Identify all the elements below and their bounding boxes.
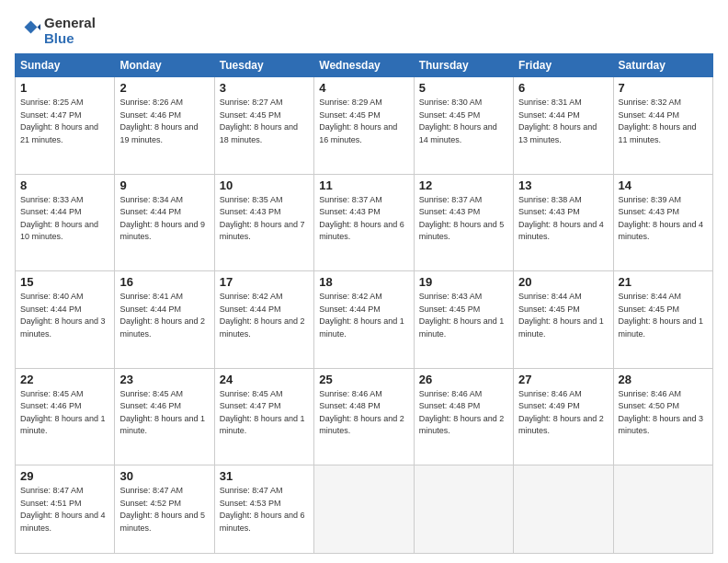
calendar-cell: 26Sunrise: 8:46 AMSunset: 4:48 PMDayligh… [414,368,513,465]
day-info: Sunrise: 8:42 AMSunset: 4:44 PMDaylight:… [319,291,408,340]
day-info: Sunrise: 8:29 AMSunset: 4:45 PMDaylight:… [319,97,408,146]
day-number: 18 [319,275,408,289]
calendar-cell: 24Sunrise: 8:45 AMSunset: 4:47 PMDayligh… [214,368,313,465]
calendar-cell: 19Sunrise: 8:43 AMSunset: 4:45 PMDayligh… [414,271,513,369]
day-number: 19 [419,275,508,289]
weekday-header: Wednesday [314,54,414,77]
calendar-cell: 13Sunrise: 8:38 AMSunset: 4:43 PMDayligh… [514,174,613,271]
day-info: Sunrise: 8:47 AMSunset: 4:52 PMDaylight:… [119,485,209,534]
weekday-header: Sunday [16,54,115,77]
logo-text: General Blue [44,15,96,46]
day-info: Sunrise: 8:35 AMSunset: 4:43 PMDaylight:… [220,194,309,244]
day-number: 20 [518,275,608,289]
weekday-header: Monday [115,54,214,77]
calendar-cell: 30Sunrise: 8:47 AMSunset: 4:52 PMDayligh… [115,465,214,554]
calendar-cell: 16Sunrise: 8:41 AMSunset: 4:44 PMDayligh… [115,271,214,369]
day-number: 7 [619,81,708,95]
day-number: 27 [518,373,608,386]
day-number: 24 [220,373,309,386]
logo: General Blue [15,15,96,46]
day-info: Sunrise: 8:34 AMSunset: 4:44 PMDaylight:… [119,194,209,244]
day-number: 3 [220,81,309,95]
day-number: 28 [619,373,708,386]
day-number: 26 [419,373,508,386]
calendar-cell: 14Sunrise: 8:39 AMSunset: 4:43 PMDayligh… [613,174,712,271]
day-number: 16 [119,275,209,289]
calendar-cell: 23Sunrise: 8:45 AMSunset: 4:46 PMDayligh… [115,368,214,465]
day-number: 9 [119,178,209,192]
day-info: Sunrise: 8:41 AMSunset: 4:44 PMDaylight:… [119,291,209,340]
calendar-cell: 29Sunrise: 8:47 AMSunset: 4:51 PMDayligh… [16,465,115,554]
calendar: SundayMondayTuesdayWednesdayThursdayFrid… [15,53,713,554]
day-number: 17 [220,275,309,289]
day-info: Sunrise: 8:46 AMSunset: 4:49 PMDaylight:… [518,388,608,438]
day-info: Sunrise: 8:26 AMSunset: 4:46 PMDaylight:… [119,97,209,146]
day-number: 1 [20,81,109,95]
calendar-cell: 22Sunrise: 8:45 AMSunset: 4:46 PMDayligh… [16,368,115,465]
header: General Blue [15,15,713,46]
day-info: Sunrise: 8:42 AMSunset: 4:44 PMDaylight:… [220,291,309,340]
calendar-cell: 31Sunrise: 8:47 AMSunset: 4:53 PMDayligh… [214,465,313,554]
svg-marker-1 [25,21,38,34]
calendar-cell: 11Sunrise: 8:37 AMSunset: 4:43 PMDayligh… [314,174,414,271]
day-info: Sunrise: 8:46 AMSunset: 4:50 PMDaylight:… [619,388,708,438]
day-info: Sunrise: 8:45 AMSunset: 4:46 PMDaylight:… [119,388,209,438]
calendar-cell: 3Sunrise: 8:27 AMSunset: 4:45 PMDaylight… [214,77,313,175]
day-info: Sunrise: 8:33 AMSunset: 4:44 PMDaylight:… [20,194,109,244]
day-info: Sunrise: 8:44 AMSunset: 4:45 PMDaylight:… [518,291,608,340]
weekday-header: Friday [514,54,613,77]
day-info: Sunrise: 8:40 AMSunset: 4:44 PMDaylight:… [20,291,109,340]
day-info: Sunrise: 8:47 AMSunset: 4:53 PMDaylight:… [220,485,309,534]
calendar-cell [514,465,613,554]
day-number: 8 [20,178,109,192]
calendar-cell: 5Sunrise: 8:30 AMSunset: 4:45 PMDaylight… [414,77,513,175]
day-number: 13 [518,178,608,192]
logo-icon [15,17,40,43]
weekday-header: Thursday [414,54,513,77]
day-number: 12 [419,178,508,192]
calendar-cell: 21Sunrise: 8:44 AMSunset: 4:45 PMDayligh… [613,271,712,369]
day-info: Sunrise: 8:45 AMSunset: 4:47 PMDaylight:… [220,388,309,438]
calendar-cell: 25Sunrise: 8:46 AMSunset: 4:48 PMDayligh… [314,368,414,465]
svg-marker-2 [38,24,41,30]
day-number: 22 [20,373,109,386]
day-info: Sunrise: 8:46 AMSunset: 4:48 PMDaylight:… [319,388,408,438]
day-number: 4 [319,81,408,95]
day-info: Sunrise: 8:39 AMSunset: 4:43 PMDaylight:… [619,194,708,244]
day-info: Sunrise: 8:32 AMSunset: 4:44 PMDaylight:… [619,97,708,146]
weekday-header: Tuesday [214,54,313,77]
calendar-cell: 1Sunrise: 8:25 AMSunset: 4:47 PMDaylight… [16,77,115,175]
day-info: Sunrise: 8:37 AMSunset: 4:43 PMDaylight:… [419,194,508,244]
day-info: Sunrise: 8:38 AMSunset: 4:43 PMDaylight:… [518,194,608,244]
calendar-cell: 20Sunrise: 8:44 AMSunset: 4:45 PMDayligh… [514,271,613,369]
calendar-cell [613,465,712,554]
day-number: 10 [220,178,309,192]
calendar-cell: 10Sunrise: 8:35 AMSunset: 4:43 PMDayligh… [214,174,313,271]
day-info: Sunrise: 8:37 AMSunset: 4:43 PMDaylight:… [319,194,408,244]
day-info: Sunrise: 8:27 AMSunset: 4:45 PMDaylight:… [220,97,309,146]
day-number: 6 [518,81,608,95]
calendar-cell [314,465,414,554]
day-info: Sunrise: 8:47 AMSunset: 4:51 PMDaylight:… [20,485,109,534]
day-number: 21 [619,275,708,289]
calendar-cell: 7Sunrise: 8:32 AMSunset: 4:44 PMDaylight… [613,77,712,175]
page: General Blue SundayMondayTuesdayWednesda… [0,0,728,563]
day-number: 23 [119,373,209,386]
calendar-cell: 17Sunrise: 8:42 AMSunset: 4:44 PMDayligh… [214,271,313,369]
calendar-cell: 18Sunrise: 8:42 AMSunset: 4:44 PMDayligh… [314,271,414,369]
day-info: Sunrise: 8:44 AMSunset: 4:45 PMDaylight:… [619,291,708,340]
day-number: 11 [319,178,408,192]
day-number: 15 [20,275,109,289]
day-number: 5 [419,81,508,95]
calendar-cell [414,465,513,554]
day-number: 30 [119,469,209,483]
day-info: Sunrise: 8:31 AMSunset: 4:44 PMDaylight:… [518,97,608,146]
calendar-cell: 27Sunrise: 8:46 AMSunset: 4:49 PMDayligh… [514,368,613,465]
day-info: Sunrise: 8:43 AMSunset: 4:45 PMDaylight:… [419,291,508,340]
calendar-cell: 2Sunrise: 8:26 AMSunset: 4:46 PMDaylight… [115,77,214,175]
day-number: 25 [319,373,408,386]
calendar-cell: 28Sunrise: 8:46 AMSunset: 4:50 PMDayligh… [613,368,712,465]
day-number: 2 [119,81,209,95]
calendar-cell: 4Sunrise: 8:29 AMSunset: 4:45 PMDaylight… [314,77,414,175]
calendar-cell: 8Sunrise: 8:33 AMSunset: 4:44 PMDaylight… [16,174,115,271]
